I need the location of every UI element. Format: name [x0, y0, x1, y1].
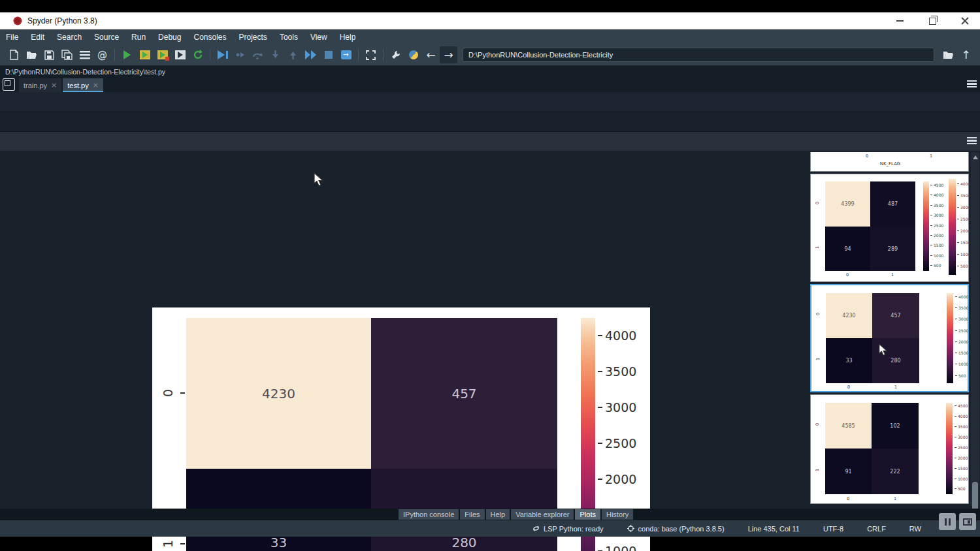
working-directory-input[interactable] [463, 48, 934, 62]
conda-status: conda: base (Python 3.8.5) [627, 525, 725, 533]
back-icon[interactable]: ← [422, 46, 440, 63]
plot-thumbnail-2-selected[interactable]: 4230 457 33 280 0 1 0 1 4000 3500 3000 2… [810, 284, 969, 392]
run-cell-icon[interactable] [136, 46, 154, 63]
colorbar-tick: 1500 [930, 242, 943, 247]
colorbar-tick-label: 3000 [958, 317, 968, 321]
step-into-icon[interactable] [267, 46, 284, 63]
colorbar-tick: 1000 [598, 544, 636, 551]
new-file-icon[interactable] [5, 46, 23, 63]
save-all-icon[interactable] [58, 46, 76, 63]
menu-search[interactable]: Search [57, 33, 82, 42]
y-tick-label: 1 [813, 466, 821, 474]
colorbar-tick-label: 2500 [605, 436, 636, 450]
close-tab-icon[interactable]: × [93, 81, 99, 89]
browse-folder-icon[interactable] [939, 46, 957, 63]
tab-test-py[interactable]: test.py × [63, 78, 103, 92]
plots-options-menu-icon[interactable] [967, 137, 977, 144]
toolbar-separator [114, 49, 115, 61]
open-file-icon[interactable] [23, 46, 41, 63]
colorbar-tick-label: 4000 [605, 328, 636, 343]
heatmap-cell: 289 [870, 227, 915, 271]
thumbnails-scrollbar[interactable] [971, 152, 979, 506]
maximize-pane-icon[interactable] [362, 46, 380, 63]
cell-value: 4585 [841, 423, 855, 429]
x-tick-label: 0 [843, 385, 854, 390]
colorbar [923, 181, 929, 271]
stop-debug-icon[interactable] [319, 46, 337, 63]
pause-button[interactable] [939, 513, 956, 530]
close-button[interactable] [953, 12, 977, 29]
menu-source[interactable]: Source [94, 33, 119, 42]
cell-value: 4399 [841, 201, 854, 207]
colorbar-tick: 1000 [930, 253, 943, 258]
colorbar-tick-label: 1000 [960, 252, 970, 257]
colorbar-tick-label: 1500 [960, 240, 970, 245]
colorbar-tick: 3500 [598, 365, 636, 378]
menu-debug[interactable]: Debug [158, 33, 181, 42]
colorbar [946, 403, 953, 494]
y-tick-mark [180, 543, 185, 544]
colorbar-tick-label: 2500 [958, 445, 968, 450]
colorbar-tick: 500 [955, 373, 966, 378]
run-cell-advance-icon[interactable] [154, 46, 171, 63]
save-icon[interactable] [41, 46, 58, 63]
run-file-icon[interactable] [118, 46, 136, 63]
tab-train-py[interactable]: train.py × [19, 78, 61, 92]
debug-file-icon[interactable] [214, 46, 231, 63]
cell-value: 487 [888, 201, 898, 207]
tab-history[interactable]: History [602, 509, 633, 520]
step-return-icon[interactable] [284, 46, 302, 63]
panel-arrow-icon[interactable]: → [337, 46, 355, 63]
encoding-status: UTF-8 [823, 525, 843, 533]
colorbar-tick: 2000 [955, 455, 968, 460]
editor-options-menu-icon[interactable] [967, 80, 977, 87]
symbol-finder-icon[interactable]: @ [93, 46, 111, 63]
scroll-up-icon[interactable] [973, 155, 978, 159]
plot-thumbnail-3[interactable]: 4585 102 91 222 0 1 0 1 4500 4000 3500 3… [810, 394, 969, 504]
tab-help[interactable]: Help [486, 509, 510, 520]
tab-ipython-console[interactable]: IPython console [399, 509, 459, 520]
forward-icon[interactable]: → [440, 46, 457, 63]
environment-icon [627, 525, 634, 532]
menu-file[interactable]: File [6, 33, 18, 42]
colorbar-tick: 2500 [955, 328, 968, 333]
colorbar-tick: 4000 [957, 181, 970, 186]
parent-directory-icon[interactable]: ↑ [957, 46, 975, 63]
colorbar-tick-label: 4000 [960, 181, 970, 186]
panel-view-button[interactable] [959, 513, 976, 530]
restore-button[interactable] [920, 12, 945, 29]
editor-pane[interactable]: 417 [0, 92, 980, 112]
file-switcher-icon[interactable] [76, 46, 93, 63]
colorbar-tick-label: 500 [958, 373, 966, 378]
browse-tabs-icon[interactable] [3, 78, 15, 91]
preferences-wrench-icon[interactable] [387, 46, 404, 63]
colorbar-tick: 4000 [955, 413, 968, 418]
menu-help[interactable]: Help [340, 33, 356, 42]
menu-projects[interactable]: Projects [239, 33, 267, 42]
step-over-icon[interactable] [249, 46, 267, 63]
colorbar-tick: 1500 [957, 240, 970, 245]
tab-variable-explorer[interactable]: Variable explorer [511, 509, 574, 520]
debug-cell-icon[interactable] [231, 46, 249, 63]
menu-tools[interactable]: Tools [280, 33, 298, 42]
close-tab-icon[interactable]: × [51, 81, 57, 89]
run-selection-icon[interactable] [171, 46, 189, 63]
pythonpath-icon[interactable] [404, 46, 422, 63]
x-tick-label: 1 [887, 272, 898, 277]
continue-icon[interactable] [302, 46, 319, 63]
menu-view[interactable]: View [310, 33, 327, 42]
tab-files[interactable]: Files [460, 509, 484, 520]
minimize-button[interactable] [887, 12, 912, 29]
tab-plots[interactable]: Plots [575, 509, 600, 520]
rerun-cell-icon[interactable] [189, 46, 206, 63]
menu-edit[interactable]: Edit [31, 33, 44, 42]
menu-run[interactable]: Run [131, 33, 146, 42]
colorbar-tick: 2500 [598, 437, 636, 450]
colorbar-tick: 2500 [957, 216, 970, 221]
plot-thumbnail-partial[interactable]: 0 1 NK_FLAG [810, 152, 969, 172]
colorbar-tick: 1000 [957, 251, 970, 257]
menu-consoles[interactable]: Consoles [193, 33, 226, 42]
x-tick-label: 1 [890, 385, 901, 390]
colorbar-tick: 4000 [955, 294, 968, 299]
plot-thumbnail-1[interactable]: 4399 487 94 289 0 1 0 1 4500 4000 3500 3… [810, 174, 969, 282]
